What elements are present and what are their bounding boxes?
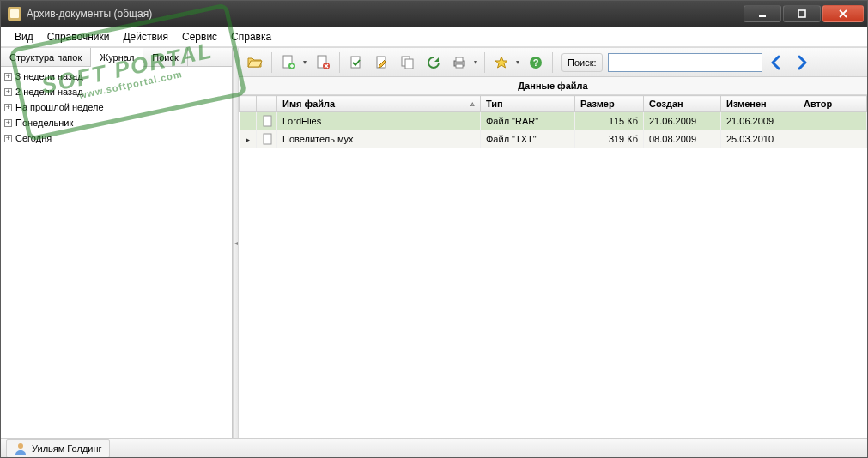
- remove-document-button[interactable]: [312, 51, 334, 74]
- file-table: Имя файла Тип Размер Создан Изменен Авто…: [239, 95, 867, 148]
- tree-node[interactable]: +Понедельник: [1, 115, 232, 130]
- expand-icon[interactable]: +: [4, 73, 12, 81]
- expand-icon[interactable]: +: [4, 88, 12, 96]
- cell-author: [798, 130, 867, 148]
- svg-rect-1: [798, 10, 805, 17]
- app-icon: [8, 7, 21, 21]
- maximize-button[interactable]: [783, 5, 821, 22]
- help-button[interactable]: ?: [525, 51, 547, 74]
- svg-point-17: [18, 443, 23, 449]
- tab-journal[interactable]: Журнал: [91, 48, 143, 67]
- separator-icon: [271, 52, 272, 73]
- cell-modified: 25.03.2010: [721, 130, 798, 148]
- journal-tree: +3 недели назад +2 недели назад +На прош…: [1, 67, 232, 438]
- print-dropdown[interactable]: [472, 51, 479, 74]
- col-size[interactable]: Размер: [575, 96, 644, 112]
- file-icon: [257, 130, 277, 148]
- cell-author: [798, 112, 867, 130]
- splitter[interactable]: [233, 48, 239, 438]
- file-icon: [257, 112, 277, 130]
- add-document-dropdown[interactable]: [301, 51, 308, 74]
- left-panel: Структура папок Журнал Поиск +3 недели н…: [1, 48, 233, 438]
- tab-search[interactable]: Поиск: [143, 48, 187, 66]
- row-marker-current: [240, 130, 257, 148]
- search-next-button[interactable]: [792, 53, 810, 72]
- search-input[interactable]: [608, 53, 762, 72]
- search-label: Поиск:: [561, 53, 603, 72]
- file-table-wrap: Имя файла Тип Размер Создан Изменен Авто…: [239, 95, 867, 438]
- copy-document-button[interactable]: [397, 51, 419, 74]
- expand-icon[interactable]: +: [4, 119, 12, 127]
- expand-icon[interactable]: +: [4, 135, 12, 142]
- favorite-dropdown[interactable]: [514, 51, 521, 74]
- menu-help[interactable]: Справка: [224, 28, 278, 45]
- left-tabs: Структура папок Журнал Поиск: [1, 48, 232, 67]
- col-type[interactable]: Тип: [481, 96, 575, 112]
- refresh-button[interactable]: [422, 51, 445, 74]
- separator-icon: [552, 52, 553, 73]
- statusbar: Уильям Голдинг: [1, 438, 867, 457]
- cell-size: 319 Кб: [575, 130, 644, 148]
- table-row[interactable]: Повелитель мух Файл "TXT" 319 Кб 08.08.2…: [240, 130, 867, 148]
- menu-reference[interactable]: Справочники: [40, 28, 117, 45]
- row-marker: [240, 112, 257, 130]
- section-title: Данные файла: [239, 77, 867, 95]
- cell-type: Файл "RAR": [481, 112, 575, 130]
- tree-node[interactable]: +3 недели назад: [1, 69, 232, 84]
- open-folder-button[interactable]: [244, 51, 266, 74]
- col-icon[interactable]: [257, 96, 277, 112]
- menu-view[interactable]: Вид: [8, 28, 40, 45]
- separator-icon: [484, 52, 485, 73]
- toolbar: ? Поиск:: [239, 48, 867, 77]
- tree-node[interactable]: +На прошлой неделе: [1, 99, 232, 115]
- search-prev-button[interactable]: [768, 53, 786, 72]
- status-item[interactable]: Уильям Голдинг: [6, 439, 110, 458]
- cell-name: Повелитель мух: [277, 130, 481, 148]
- menubar: Вид Справочники Действия Сервис Справка: [1, 27, 867, 47]
- favorite-button[interactable]: [490, 51, 513, 74]
- cell-modified: 21.06.2009: [721, 112, 798, 130]
- right-panel: ? Поиск: Данные файла: [239, 48, 867, 438]
- cell-type: Файл "TXT": [481, 130, 575, 148]
- col-name[interactable]: Имя файла: [277, 96, 481, 112]
- titlebar[interactable]: Архив-документы (общая): [1, 1, 867, 27]
- svg-text:?: ?: [533, 57, 539, 68]
- col-modified[interactable]: Изменен: [721, 96, 798, 112]
- add-document-button[interactable]: [277, 51, 300, 74]
- edit-document-button[interactable]: [371, 51, 393, 74]
- close-button[interactable]: [822, 5, 864, 22]
- separator-icon: [339, 52, 340, 73]
- app-window: Архив-документы (общая) Вид Справочники …: [0, 0, 868, 458]
- tree-node[interactable]: +2 недели назад: [1, 84, 232, 99]
- col-created[interactable]: Создан: [644, 96, 721, 112]
- tab-folder-structure[interactable]: Структура папок: [1, 48, 91, 66]
- expand-icon[interactable]: +: [4, 104, 12, 111]
- minimize-button[interactable]: [744, 5, 781, 22]
- table-row[interactable]: LordFlies Файл "RAR" 115 Кб 21.06.2009 2…: [240, 112, 867, 130]
- svg-rect-16: [264, 134, 271, 144]
- col-marker[interactable]: [240, 96, 257, 112]
- svg-rect-0: [759, 15, 766, 17]
- cell-size: 115 Кб: [575, 112, 644, 130]
- body: Структура папок Журнал Поиск +3 недели н…: [1, 47, 867, 438]
- col-author[interactable]: Автор: [798, 96, 867, 112]
- tree-node[interactable]: +Сегодня: [1, 130, 232, 146]
- cell-created: 08.08.2009: [644, 130, 721, 148]
- svg-rect-15: [264, 116, 271, 126]
- person-icon: [14, 442, 27, 455]
- check-document-button[interactable]: [345, 51, 367, 74]
- menu-actions[interactable]: Действия: [116, 28, 175, 45]
- cell-name: LordFlies: [277, 112, 481, 130]
- cell-created: 21.06.2009: [644, 112, 721, 130]
- svg-rect-11: [456, 57, 463, 62]
- window-title: Архив-документы (общая): [27, 8, 152, 20]
- menu-service[interactable]: Сервис: [175, 28, 224, 45]
- search-group: Поиск:: [561, 53, 810, 72]
- svg-rect-12: [456, 64, 463, 68]
- print-button[interactable]: [448, 51, 470, 74]
- svg-rect-9: [405, 59, 413, 69]
- status-text: Уильям Голдинг: [32, 443, 102, 454]
